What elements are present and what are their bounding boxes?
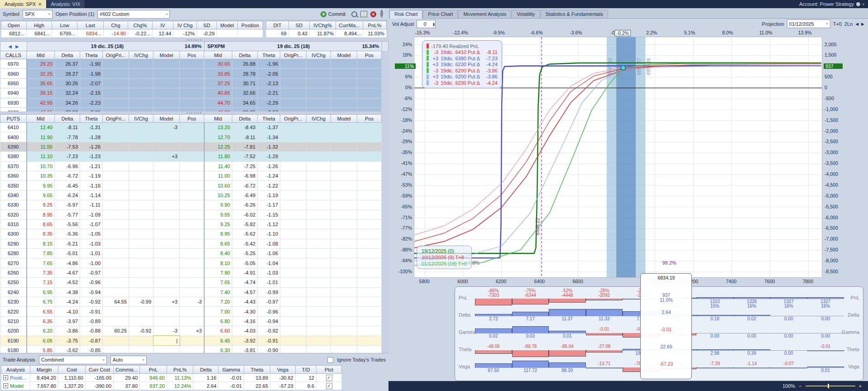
cell[interactable]: 36.65 (232, 107, 258, 111)
tab-risk-chart[interactable]: Risk Chart (389, 10, 422, 19)
analysis-auto-select[interactable]: Auto▾ (110, 356, 147, 364)
cell[interactable]: 64.55 (103, 297, 129, 307)
cell[interactable] (180, 307, 204, 316)
cell[interactable]: -1.01 (258, 278, 280, 287)
cell[interactable] (129, 78, 153, 88)
cell[interactable] (129, 316, 153, 326)
cell[interactable]: 8.65 (27, 219, 55, 229)
cell[interactable]: 30.71 (232, 78, 258, 88)
cell[interactable]: -1.24 (258, 171, 280, 180)
cell[interactable]: 945.60 (140, 374, 167, 382)
cell[interactable] (129, 345, 153, 353)
column-header[interactable]: Chg (104, 21, 128, 29)
cell[interactable] (331, 239, 357, 248)
search-icon[interactable] (351, 11, 357, 17)
column-header[interactable]: Pos (180, 51, 204, 59)
cell[interactable]: 48.80 (204, 107, 232, 111)
cell[interactable] (357, 326, 382, 336)
cell[interactable] (153, 345, 180, 353)
cell[interactable] (180, 258, 204, 268)
cell[interactable] (331, 107, 357, 111)
cell[interactable] (103, 152, 129, 161)
cell[interactable] (103, 287, 129, 297)
cell[interactable]: -7.53 (55, 142, 80, 151)
cell[interactable] (180, 88, 204, 98)
cell[interactable]: -1.04 (258, 258, 280, 268)
cell[interactable]: 1.16 (193, 374, 219, 382)
tab-analysis-spx[interactable]: Analysis: SPX× (0, 0, 47, 8)
cell[interactable]: -1.32 (258, 142, 280, 151)
cell[interactable] (357, 345, 382, 353)
cell[interactable]: 6.45 (204, 336, 232, 345)
cell[interactable] (280, 345, 307, 353)
cell[interactable]: 32.66 (232, 88, 258, 98)
cell[interactable] (180, 142, 204, 151)
cell[interactable] (331, 152, 357, 161)
column-header[interactable]: Theta (80, 115, 103, 123)
cell[interactable] (357, 258, 382, 268)
projection-next-icon[interactable]: ▶ (861, 22, 864, 26)
cell[interactable] (280, 152, 307, 161)
cell[interactable]: -0.99 (258, 287, 280, 297)
cell[interactable] (331, 98, 357, 107)
cell[interactable]: -1.31 (80, 123, 103, 132)
cell[interactable] (103, 210, 129, 219)
cell[interactable]: 42.95 (27, 98, 55, 107)
cell[interactable] (357, 278, 382, 287)
strike-cell[interactable]: 6300 (0, 229, 27, 239)
cell[interactable] (103, 107, 129, 111)
column-header[interactable]: IVChg% (310, 21, 336, 29)
cell[interactable]: -7.81 (232, 142, 258, 151)
cell[interactable]: -4.24 (55, 297, 80, 307)
strike-cell[interactable]: 6290 (0, 239, 27, 248)
cell[interactable]: -6.72 (232, 181, 258, 190)
cell[interactable]: 6812... (1, 29, 27, 38)
cell[interactable]: -3 (153, 326, 180, 336)
column-header[interactable]: Curr Cost (86, 366, 114, 374)
plot-checkbox[interactable]: ✓ (326, 383, 332, 389)
column-header[interactable]: Vega (270, 366, 296, 374)
cell[interactable] (217, 29, 238, 38)
cell[interactable] (357, 239, 382, 248)
column-header[interactable]: T/D (296, 366, 317, 374)
chain-row[interactable]: 636010.35-6.72-1.1911.00-6.98-1.24 (0, 171, 382, 180)
cell[interactable]: 8.15 (27, 239, 55, 248)
strategy-select[interactable]: #602 Custom▾ (97, 10, 170, 19)
cell[interactable]: -5.56 (55, 219, 80, 229)
cell[interactable]: -5.97 (55, 200, 80, 210)
cell[interactable]: 10.70 (27, 161, 55, 171)
strike-cell[interactable]: 6920 (0, 107, 27, 111)
cell[interactable]: -2.23 (80, 98, 103, 107)
cell[interactable]: -4.16 (232, 316, 258, 326)
cell[interactable] (180, 161, 204, 171)
cell[interactable] (153, 161, 180, 171)
column-header[interactable]: OrigPri... (103, 115, 129, 123)
cell[interactable]: -5.05 (232, 258, 258, 268)
cell[interactable]: -1.06 (258, 249, 280, 258)
cell[interactable]: 12 (296, 374, 317, 382)
cell[interactable] (129, 161, 153, 171)
cell[interactable] (180, 336, 204, 345)
cell[interactable]: 37.25 (204, 78, 232, 88)
chain-row[interactable]: 62908.15-5.21-1.038.65-5.42-1.08 (0, 239, 382, 248)
cell[interactable]: -6.98 (232, 171, 258, 180)
cell[interactable]: -6.24 (55, 190, 80, 200)
cell[interactable]: -2.37 (258, 107, 280, 111)
chain-row[interactable]: 62406.95-4.38-0.947.40-4.57-0.99 (0, 287, 382, 297)
analysis-name[interactable]: Positi... (1, 374, 30, 382)
cell[interactable] (307, 171, 331, 180)
column-header[interactable]: Gamma (219, 366, 244, 374)
strike-cell[interactable]: 6220 (0, 307, 27, 316)
cell[interactable] (307, 152, 331, 161)
cell[interactable]: -0.88 (80, 326, 103, 336)
zoom-slider-thumb[interactable] (828, 384, 829, 388)
cell[interactable]: 11.13% (167, 374, 193, 382)
cell[interactable] (129, 287, 153, 297)
chain-row[interactable]: 639011.55-7.53-1.2612.25-7.81-1.32 (0, 142, 382, 151)
cell[interactable]: -6.26 (232, 200, 258, 210)
cell[interactable] (357, 219, 382, 229)
cell[interactable]: -0.92 (258, 326, 280, 336)
cell[interactable] (129, 278, 153, 287)
cell[interactable] (357, 229, 382, 239)
cell[interactable]: 6.95 (27, 287, 55, 297)
